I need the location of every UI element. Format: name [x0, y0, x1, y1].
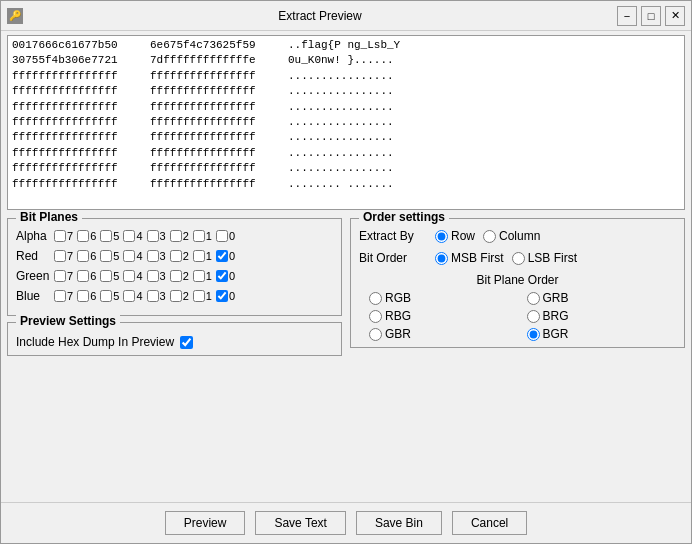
bit-checkbox-green-7[interactable]	[54, 270, 66, 282]
title-bar-controls: − □ ✕	[617, 6, 685, 26]
channels-container: Alpha76543210Red76543210Green76543210Blu…	[16, 229, 333, 303]
bit-label-red-4: 4	[136, 250, 142, 262]
bit-checkbox-green-0[interactable]	[216, 270, 228, 282]
bit-item-green-2: 2	[170, 270, 189, 282]
left-panel: Bit Planes Alpha76543210Red76543210Green…	[7, 218, 342, 498]
bpo-radio-brg[interactable]	[527, 310, 540, 323]
bit-checkbox-red-1[interactable]	[193, 250, 205, 262]
bit-checkbox-blue-2[interactable]	[170, 290, 182, 302]
bit-checkbox-green-5[interactable]	[100, 270, 112, 282]
bit-checkbox-green-6[interactable]	[77, 270, 89, 282]
lsb-radio-item: LSB First	[512, 251, 577, 265]
bit-label-alpha-0: 0	[229, 230, 235, 242]
bit-label-red-0: 0	[229, 250, 235, 262]
preview-row: 30755f4b306e77217dfffffffffffffe0u_K0nw!…	[12, 53, 680, 68]
bit-label-red-1: 1	[206, 250, 212, 262]
bit-item-alpha-3: 3	[147, 230, 166, 242]
close-button[interactable]: ✕	[665, 6, 685, 26]
bit-checkbox-alpha-5[interactable]	[100, 230, 112, 242]
preview-col3: ................	[288, 115, 394, 130]
extract-by-row: Extract By Row Column	[359, 229, 676, 243]
right-panel: Order settings Extract By Row Column	[350, 218, 685, 498]
main-content: Bit Planes Alpha76543210Red76543210Green…	[1, 214, 691, 502]
cancel-button[interactable]: Cancel	[452, 511, 527, 535]
preview-col2: ffffffffffffffff	[150, 115, 280, 130]
bit-label-blue-2: 2	[183, 290, 189, 302]
app-icon: 🔑	[7, 8, 23, 24]
bit-checkbox-alpha-7[interactable]	[54, 230, 66, 242]
bit-checkbox-green-1[interactable]	[193, 270, 205, 282]
bit-checkbox-alpha-1[interactable]	[193, 230, 205, 242]
bpo-label-brg: BRG	[543, 309, 569, 323]
preview-row: ffffffffffffffffffffffffffffffff........…	[12, 177, 680, 192]
bit-checkbox-alpha-3[interactable]	[147, 230, 159, 242]
bit-label-red-7: 7	[67, 250, 73, 262]
bit-label-red-3: 3	[160, 250, 166, 262]
bit-checkbox-red-3[interactable]	[147, 250, 159, 262]
bit-checkbox-alpha-2[interactable]	[170, 230, 182, 242]
bit-checkbox-green-2[interactable]	[170, 270, 182, 282]
include-hex-checkbox[interactable]	[180, 336, 193, 349]
bit-label-alpha-4: 4	[136, 230, 142, 242]
preview-col1: ffffffffffffffff	[12, 69, 142, 84]
preview-row: ffffffffffffffffffffffffffffffff........…	[12, 100, 680, 115]
preview-button[interactable]: Preview	[165, 511, 246, 535]
bit-checkbox-blue-0[interactable]	[216, 290, 228, 302]
preview-col2: ffffffffffffffff	[150, 177, 280, 192]
preview-col2: ffffffffffffffff	[150, 146, 280, 161]
row-radio[interactable]	[435, 230, 448, 243]
bit-checkbox-green-3[interactable]	[147, 270, 159, 282]
bit-order-row: Bit Order MSB First LSB First	[359, 251, 676, 265]
bpo-radio-rgb[interactable]	[369, 292, 382, 305]
bit-checkbox-blue-1[interactable]	[193, 290, 205, 302]
preview-col2: ffffffffffffffff	[150, 161, 280, 176]
minimize-button[interactable]: −	[617, 6, 637, 26]
preview-col3: ................	[288, 146, 394, 161]
save-bin-button[interactable]: Save Bin	[356, 511, 442, 535]
bit-checkbox-blue-5[interactable]	[100, 290, 112, 302]
bit-label-alpha-3: 3	[160, 230, 166, 242]
bit-item-green-6: 6	[77, 270, 96, 282]
bit-item-red-3: 3	[147, 250, 166, 262]
preview-col1: 0017666c61677b50	[12, 38, 142, 53]
column-radio[interactable]	[483, 230, 496, 243]
bit-checkboxes-blue: 76543210	[54, 290, 237, 302]
save-text-button[interactable]: Save Text	[255, 511, 345, 535]
bit-order-radio-group: MSB First LSB First	[435, 251, 577, 265]
bit-checkbox-red-6[interactable]	[77, 250, 89, 262]
bit-item-green-4: 4	[123, 270, 142, 282]
bit-checkbox-alpha-4[interactable]	[123, 230, 135, 242]
bit-label-red-6: 6	[90, 250, 96, 262]
bit-checkbox-alpha-0[interactable]	[216, 230, 228, 242]
bit-checkbox-green-4[interactable]	[123, 270, 135, 282]
bit-checkbox-blue-7[interactable]	[54, 290, 66, 302]
bit-checkbox-red-5[interactable]	[100, 250, 112, 262]
bpo-radio-grb[interactable]	[527, 292, 540, 305]
bit-checkbox-blue-3[interactable]	[147, 290, 159, 302]
preview-col2: 6e675f4c73625f59	[150, 38, 280, 53]
preview-row: ffffffffffffffffffffffffffffffff........…	[12, 84, 680, 99]
lsb-radio[interactable]	[512, 252, 525, 265]
bit-label-blue-0: 0	[229, 290, 235, 302]
bit-checkbox-red-0[interactable]	[216, 250, 228, 262]
bit-checkbox-blue-6[interactable]	[77, 290, 89, 302]
msb-radio-item: MSB First	[435, 251, 504, 265]
bpo-radio-bgr[interactable]	[527, 328, 540, 341]
preview-col2: ffffffffffffffff	[150, 130, 280, 145]
bit-item-green-7: 7	[54, 270, 73, 282]
bit-checkbox-blue-4[interactable]	[123, 290, 135, 302]
preview-settings-group: Preview Settings Include Hex Dump In Pre…	[7, 322, 342, 356]
main-window: 🔑 Extract Preview − □ ✕ 0017666c61677b50…	[0, 0, 692, 544]
bit-label-blue-6: 6	[90, 290, 96, 302]
bpo-radio-rbg[interactable]	[369, 310, 382, 323]
bit-item-alpha-7: 7	[54, 230, 73, 242]
preview-row: 0017666c61677b506e675f4c73625f59..flag{P…	[12, 38, 680, 53]
bit-checkbox-red-4[interactable]	[123, 250, 135, 262]
bit-checkbox-alpha-6[interactable]	[77, 230, 89, 242]
preview-col3: ................	[288, 100, 394, 115]
bit-checkbox-red-7[interactable]	[54, 250, 66, 262]
msb-radio[interactable]	[435, 252, 448, 265]
bpo-radio-gbr[interactable]	[369, 328, 382, 341]
maximize-button[interactable]: □	[641, 6, 661, 26]
bit-checkbox-red-2[interactable]	[170, 250, 182, 262]
